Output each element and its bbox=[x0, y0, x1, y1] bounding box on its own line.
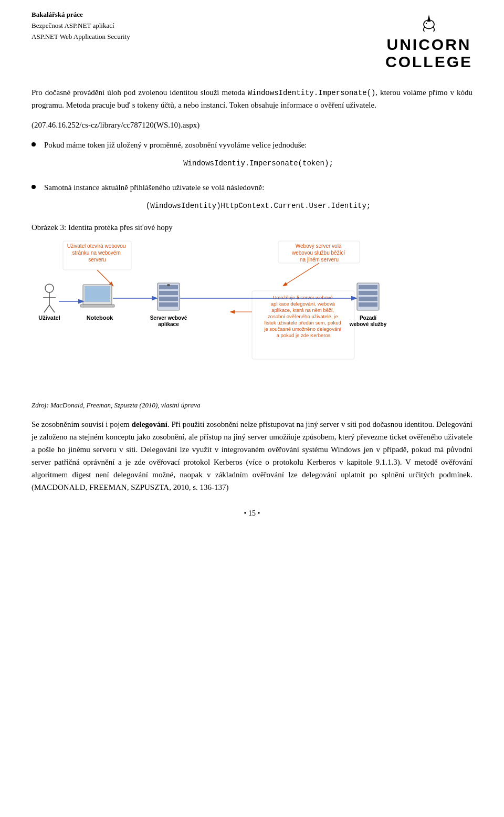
page: Bakalářská práce Bezpečnost ASP.NET apli… bbox=[0, 0, 504, 817]
header: Bakalářská práce Bezpečnost ASP.NET apli… bbox=[32, 0, 472, 70]
svg-text:Notebook: Notebook bbox=[87, 315, 114, 321]
svg-line-8 bbox=[284, 263, 319, 286]
svg-rect-34 bbox=[359, 291, 377, 295]
logo-text: UNICORN COLLEGE bbox=[385, 36, 472, 70]
svg-rect-35 bbox=[359, 297, 377, 301]
code-block-2: (WindowsIdentity)HttpContext.Current.Use… bbox=[44, 200, 472, 212]
svg-text:Umožňuje-li server webové
    : Umožňuje-li server webové aplikace deleg… bbox=[264, 295, 342, 338]
header-left: Bakalářská práce Bezpečnost ASP.NET apli… bbox=[32, 9, 130, 42]
svg-text:webové služby: webové služby bbox=[349, 321, 387, 327]
svg-rect-36 bbox=[359, 302, 377, 307]
bullet-dot-1 bbox=[32, 142, 36, 146]
para2-bold: delegování bbox=[132, 420, 167, 428]
svg-point-28 bbox=[167, 284, 170, 286]
diagram-svg: Uživatel otevírá webovou stránku na webo… bbox=[32, 238, 472, 396]
svg-point-2 bbox=[426, 23, 427, 24]
svg-text:Server webové: Server webové bbox=[150, 315, 187, 321]
bullet-dot-2 bbox=[32, 185, 36, 189]
figure-label-text: Obrázek 3: Identita protéka přes síťové … bbox=[32, 223, 173, 232]
svg-text:aplikace: aplikace bbox=[158, 321, 179, 327]
url-text: (207.46.16.252/cs-cz/library/cc787120(WS… bbox=[32, 121, 200, 129]
svg-line-15 bbox=[44, 305, 49, 312]
url-reference: (207.46.16.252/cs-cz/library/cc787120(WS… bbox=[32, 119, 472, 131]
svg-text:Uživatel: Uživatel bbox=[38, 315, 60, 321]
bullet-text-1: Pokud máme token již uložený v proměnné,… bbox=[44, 141, 307, 149]
figure-source: Zdroj: MacDonald, Freeman, Szpuszta (201… bbox=[32, 401, 472, 410]
svg-line-5 bbox=[97, 270, 113, 286]
code-ref-impersonate: WindowsIdentity.Impersonate() bbox=[248, 89, 376, 97]
svg-line-16 bbox=[49, 305, 55, 312]
bullet-content-2: Samotná instance aktuálně přihlášeného u… bbox=[44, 181, 472, 218]
svg-text:Webový server volá
          w: Webový server volá webovou službu běžící… bbox=[291, 243, 346, 263]
thesis-subtitle1: Bezpečnost ASP.NET aplikací bbox=[32, 20, 130, 32]
svg-point-12 bbox=[45, 284, 54, 292]
svg-marker-0 bbox=[427, 15, 431, 22]
page-number: • 15 • bbox=[32, 509, 472, 518]
para2-start: Se zosobněním souvisí i pojem bbox=[32, 420, 132, 428]
user-icon bbox=[43, 284, 56, 312]
svg-rect-33 bbox=[359, 285, 377, 289]
main-content: Pro dočasné provádění úloh pod zvolenou … bbox=[32, 86, 472, 494]
svg-text:Pozadí: Pozadí bbox=[360, 315, 377, 321]
logo-unicorn: UNICORN bbox=[385, 36, 472, 53]
thesis-type: Bakalářská práce bbox=[32, 9, 130, 20]
delegation-paragraph: Se zosobněním souvisí i pojem delegování… bbox=[32, 418, 472, 494]
intro-paragraph: Pro dočasné provádění úloh pod zvolenou … bbox=[32, 86, 472, 111]
bullet-item-2: Samotná instance aktuálně přihlášeného u… bbox=[32, 181, 472, 218]
para2-rest: . Při použití zosobnění nelze přistupova… bbox=[32, 420, 472, 491]
svg-rect-25 bbox=[159, 291, 178, 295]
figure-label: Obrázek 3: Identita protéka přes síťové … bbox=[32, 223, 472, 232]
svg-rect-26 bbox=[159, 297, 178, 301]
code-block-1: WindowsIdentiy.Impersonate(token); bbox=[44, 158, 472, 169]
bullet-content-1: Pokud máme token již uložený v proměnné,… bbox=[44, 139, 472, 175]
svg-rect-20 bbox=[80, 305, 114, 307]
thesis-subtitle2: ASP.NET Web Application Security bbox=[32, 32, 130, 43]
svg-rect-27 bbox=[159, 302, 178, 307]
bullet-item-1: Pokud máme token již uložený v proměnné,… bbox=[32, 139, 472, 175]
bullet-list: Pokud máme token již uložený v proměnné,… bbox=[32, 139, 472, 218]
logo-college: COLLEGE bbox=[385, 53, 472, 70]
bullet-text-2: Samotná instance aktuálně přihlášeného u… bbox=[44, 183, 264, 192]
unicorn-icon bbox=[416, 9, 442, 36]
logo: UNICORN COLLEGE bbox=[385, 9, 472, 70]
svg-rect-19 bbox=[85, 286, 110, 302]
diagram: Uživatel otevírá webovou stránku na webo… bbox=[32, 238, 472, 398]
